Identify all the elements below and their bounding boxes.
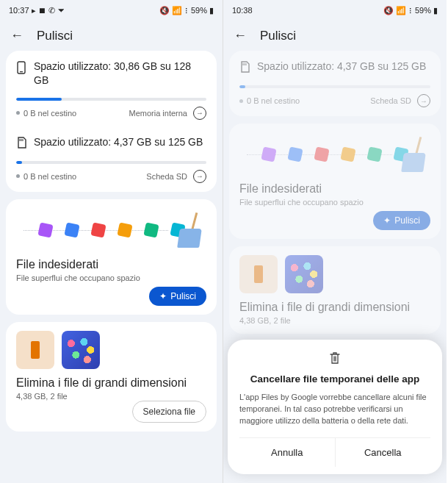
storage-card: Spazio utilizzato: 4,37 GB su 125 GB 0 B…	[229, 51, 441, 116]
clean-button[interactable]: ✦ Pulisci	[149, 287, 206, 306]
internal-trash: 0 B nel cestino	[24, 109, 76, 118]
internal-storage-bar	[16, 98, 206, 101]
battery-icon: ▮	[433, 6, 438, 15]
page-title: Pulisci	[37, 29, 73, 43]
phone-storage-icon	[16, 61, 26, 76]
large-files-title: Elimina i file di grandi dimensioni	[239, 301, 430, 314]
file-thumb-archive[interactable]	[239, 255, 278, 293]
sparkle-icon: ✦	[383, 215, 391, 226]
sparkle-icon: ✦	[159, 291, 167, 301]
clean-button[interactable]: ✦ Pulisci	[373, 211, 430, 230]
sd-storage-bar	[16, 161, 206, 164]
sd-trash: 0 B nel cestino	[24, 172, 76, 181]
clock: 10:38	[232, 6, 253, 15]
junk-title: File indesiderati	[239, 182, 430, 196]
dialog-confirm-button[interactable]: Cancella	[336, 438, 431, 467]
trash-dot-icon	[239, 99, 243, 103]
signal-icons: 🔇 📶 ⫶	[383, 6, 413, 15]
broom-icon	[173, 212, 202, 248]
app-header: ← Pulisci	[223, 21, 447, 51]
file-thumb-image[interactable]	[285, 255, 323, 293]
sd-storage-bar	[239, 85, 430, 88]
go-sd-icon[interactable]: →	[417, 94, 430, 107]
page-title: Pulisci	[260, 29, 296, 43]
junk-subtitle: File superflui che occupano spazio	[16, 273, 206, 282]
dialog-cancel-button[interactable]: Annulla	[239, 438, 336, 467]
large-files-sub: 4,38 GB, 2 file	[16, 392, 206, 401]
sd-type: Scheda SD	[146, 172, 187, 181]
trash-icon	[239, 351, 430, 368]
internal-type: Memoria interna	[129, 109, 187, 118]
junk-illustration	[239, 132, 430, 176]
go-sd-icon[interactable]: →	[193, 170, 206, 183]
trash-dot-icon	[16, 111, 20, 115]
signal-icons: 🔇 📶 ⫶	[159, 6, 189, 15]
broom-icon	[397, 137, 426, 172]
dialog-body: L'app Files by Google vorrebbe cancellar…	[239, 392, 430, 427]
large-files-card: Elimina i file di grandi dimensioni 4,38…	[6, 322, 217, 432]
confirm-dialog: Cancellare file temporanei delle app L'a…	[228, 340, 442, 474]
sd-type: Scheda SD	[370, 96, 411, 105]
file-thumb-image[interactable]	[62, 331, 100, 369]
select-files-button[interactable]: Seleziona file	[132, 401, 206, 423]
junk-illustration	[16, 208, 206, 252]
sd-storage-label: Spazio utilizzato: 4,37 GB su 125 GB	[34, 135, 206, 149]
junk-files-card: File indesiderati File superflui che occ…	[6, 199, 217, 315]
clock: 10:37	[9, 6, 29, 15]
junk-files-card: File indesiderati File superflui che occ…	[229, 124, 441, 239]
sd-card-icon	[239, 61, 250, 75]
app-header: ← Pulisci	[0, 21, 223, 51]
storage-card: Spazio utilizzato: 30,86 GB su 128 GB 0 …	[6, 51, 217, 192]
large-files-title: Elimina i file di grandi dimensioni	[16, 376, 206, 390]
back-icon[interactable]: ←	[234, 28, 247, 43]
battery-pct: 59%	[191, 6, 207, 15]
go-internal-icon[interactable]: →	[193, 107, 206, 120]
internal-storage-label: Spazio utilizzato: 30,86 GB su 128 GB	[34, 60, 206, 87]
junk-title: File indesiderati	[16, 258, 206, 271]
indicator-icons: ▸ ⏹ ✆ ⏷	[32, 6, 65, 15]
battery-pct: 59%	[415, 6, 431, 15]
sd-card-icon	[16, 137, 26, 151]
sd-storage-label: Spazio utilizzato: 4,37 GB su 125 GB	[257, 60, 430, 74]
file-thumb-archive[interactable]	[16, 331, 54, 369]
large-files-card: Elimina i file di grandi dimensioni 4,38…	[229, 246, 441, 334]
battery-icon: ▮	[209, 6, 214, 15]
trash-dot-icon	[16, 174, 20, 178]
sd-trash: 0 B nel cestino	[247, 96, 300, 105]
dialog-title: Cancellare file temporanei delle app	[239, 373, 430, 384]
svg-rect-1	[20, 71, 23, 72]
back-icon[interactable]: ←	[10, 28, 24, 43]
junk-subtitle: File superflui che occupano spazio	[239, 198, 430, 207]
status-bar: 10:37 ▸ ⏹ ✆ ⏷ 🔇 📶 ⫶ 59% ▮	[0, 0, 223, 21]
large-files-sub: 4,38 GB, 2 file	[239, 316, 430, 325]
status-bar: 10:38 🔇 📶 ⫶ 59% ▮	[223, 0, 447, 21]
